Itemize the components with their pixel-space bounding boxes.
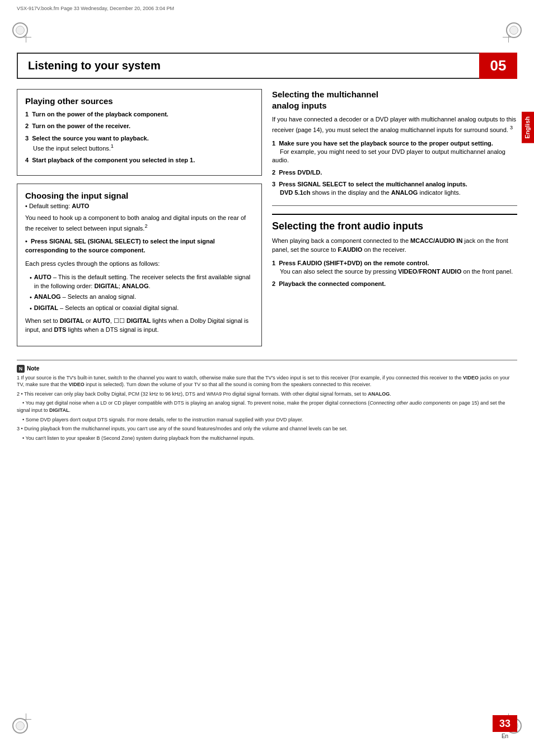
page-number: 33 — [493, 715, 517, 732]
step-3-num: 3 — [25, 135, 29, 142]
multichannel-title: Selecting the multichannelanalog inputs — [272, 89, 517, 111]
step-1: 1 Turn on the power of the playback comp… — [25, 110, 254, 119]
bullet-digital-text: DIGITAL – Selects an optical or coaxial … — [34, 304, 179, 313]
bullet-auto-text: AUTO – This is the default setting. The … — [34, 273, 254, 291]
right-column: Selecting the multichannelanalog inputs … — [272, 89, 517, 354]
fa-step-1-num: 1 — [272, 260, 275, 266]
mc-step-1-sub: For example, you might need to set your … — [272, 148, 505, 163]
mc-step-1-num: 1 — [272, 140, 275, 147]
sidebar-english-label: English — [522, 112, 534, 143]
fa-step-2-text: Playback the connected component. — [279, 280, 386, 287]
fa-step-2-num: 2 — [272, 280, 275, 287]
choosing-instruction-body: Each press cycles through the options as… — [25, 260, 254, 269]
notes-section: N Note 1 If your source is the TV's buil… — [17, 360, 517, 442]
step-4: 4 Start playback of the component you se… — [25, 156, 254, 165]
left-column: Playing other sources 1 Turn on the powe… — [17, 89, 262, 354]
playing-other-sources-section: Playing other sources 1 Turn on the powe… — [17, 89, 262, 176]
step-3: 3 Select the source you want to playback… — [25, 134, 254, 153]
step-1-text: Turn on the power of the playback compon… — [32, 111, 168, 118]
note-2: 2 • This receiver can only play back Dol… — [17, 391, 517, 398]
mc-step-3-text: Press SIGNAL SELECT to select the multic… — [279, 181, 467, 187]
corner-tl — [12, 22, 28, 38]
fa-step-1: 1 Press F.AUDIO (SHIFT+DVD) on the remot… — [272, 259, 517, 276]
corner-bl — [12, 718, 28, 734]
mc-step-3: 3 Press SIGNAL SELECT to select the mult… — [272, 180, 517, 198]
digital-note: When set to DIGITAL or AUTO, ☐☐ DIGITAL … — [25, 317, 254, 335]
fa-step-1-sub: You can also select the source by pressi… — [280, 268, 513, 275]
mc-step-2-text: Press DVD/LD. — [279, 169, 322, 176]
chapter-title: Listening to your system — [17, 53, 479, 79]
step-1-num: 1 — [25, 111, 29, 118]
mc-step-2-num: 2 — [272, 169, 275, 176]
multichannel-body: If you have connected a decoder or a DVD… — [272, 115, 517, 135]
note-3: 3 • During playback from the multichanne… — [17, 425, 517, 433]
front-audio-body: When playing back a component connected … — [272, 237, 517, 255]
step-4-num: 4 — [25, 157, 29, 163]
choosing-default: • Default setting: AUTO — [25, 203, 254, 209]
front-audio-section: Selecting the front audio inputs When pl… — [272, 214, 517, 288]
step-3-sub: Use the input select buttons.1 — [33, 145, 114, 152]
mc-step-3-sub: DVD 5.1ch shows in the display and the A… — [280, 189, 461, 196]
main-content: Playing other sources 1 Turn on the powe… — [17, 89, 517, 354]
choosing-body1: You need to hook up a component to both … — [25, 214, 254, 233]
file-info: VSX-917V.book.fm Page 33 Wednesday, Dece… — [17, 4, 517, 12]
choosing-input-section: Choosing the input signal • Default sett… — [17, 184, 262, 346]
bullet-analog: • ANALOG – Selects an analog signal. — [30, 293, 254, 302]
bullet-digital: • DIGITAL – Selects an optical or coaxia… — [30, 304, 254, 313]
note-icon: N — [17, 365, 25, 373]
bullet-analog-text: ANALOG – Selects an analog signal. — [34, 293, 136, 302]
divider — [272, 205, 517, 206]
note-1: 1 If your source is the TV's built-in tu… — [17, 374, 517, 388]
chapter-number: 05 — [479, 53, 517, 79]
step-2-text: Turn on the power of the receiver. — [32, 123, 130, 129]
bullet-auto: • AUTO – This is the default setting. Th… — [30, 273, 254, 291]
front-audio-title: Selecting the front audio inputs — [272, 220, 517, 232]
fa-step-2: 2 Playback the connected component. — [272, 280, 517, 288]
choosing-input-title: Choosing the input signal — [25, 191, 254, 200]
step-3-text: Select the source you want to playback. — [32, 135, 148, 142]
note-2a: • You may get digital noise when a LD or… — [17, 400, 517, 414]
page-container: VSX-917V.book.fm Page 33 Wednesday, Dece… — [0, 0, 534, 756]
mc-step-1-text: Make sure you have set the playback sour… — [279, 140, 493, 147]
choosing-default-value: AUTO — [72, 203, 89, 209]
corner-tr — [506, 22, 522, 38]
lang-label: En — [502, 733, 508, 739]
choosing-bullets: • AUTO – This is the default setting. Th… — [30, 273, 254, 313]
mc-step-2: 2 Press DVD/LD. — [272, 168, 517, 177]
step-4-text: Start playback of the component you sele… — [32, 157, 195, 163]
playing-other-sources-title: Playing other sources — [25, 96, 254, 106]
fa-step-1-text: Press F.AUDIO (SHIFT+DVD) on the remote … — [279, 260, 429, 266]
header-bar: VSX-917V.book.fm Page 33 Wednesday, Dece… — [0, 0, 534, 15]
mc-step-3-num: 3 — [272, 181, 275, 187]
note-2b: • Some DVD players don't output DTS sign… — [17, 416, 517, 424]
note-label-text: Note — [27, 365, 39, 372]
mc-step-1: 1 Make sure you have set the playback so… — [272, 139, 517, 165]
step-2-num: 2 — [25, 123, 29, 129]
step-2: 2 Turn on the power of the receiver. — [25, 122, 254, 130]
multichannel-section: Selecting the multichannelanalog inputs … — [272, 89, 517, 198]
note-3a: • You can't listen to your speaker B (Se… — [17, 435, 517, 442]
chapter-header: Listening to your system 05 — [17, 53, 517, 79]
footer: 33 En — [493, 715, 517, 739]
note-label: N Note — [17, 365, 517, 373]
choosing-instruction: • Press SIGNAL SEL (SIGNAL SELECT) to se… — [25, 237, 254, 255]
